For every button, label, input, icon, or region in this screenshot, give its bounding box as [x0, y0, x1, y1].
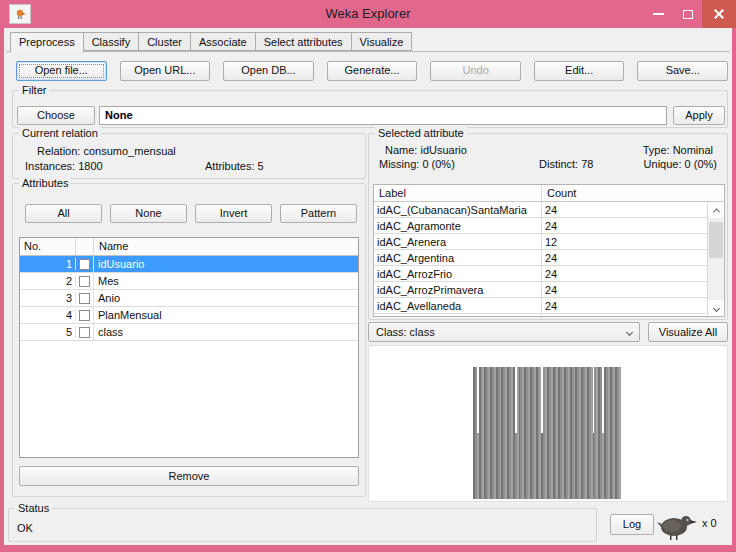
selected-attribute-group: Selected attribute Name: idUsuario Type:…: [368, 133, 728, 320]
undo-button: Undo: [430, 61, 521, 81]
attributes-count-line: Attributes: 5: [205, 160, 264, 172]
attr-unique-value: 0 (0%): [685, 158, 717, 170]
attribute-checkbox-cell: [76, 273, 94, 289]
select-none-button[interactable]: None: [110, 204, 187, 223]
attr-distinct-value: 78: [581, 158, 593, 170]
select-all-button[interactable]: All: [25, 204, 102, 223]
attributes-group-label: Attributes: [19, 176, 71, 190]
label-count-body: idAC_(Cubanacan)SantaMaria24idAC_Agramon…: [374, 202, 707, 317]
attribute-name: Mes: [94, 275, 358, 287]
filter-group-label: Filter: [19, 83, 49, 97]
label-cell: idAC_Arenera: [374, 234, 542, 249]
label-cell: idAC_Batalla: [374, 314, 542, 317]
attribute-name: class: [94, 326, 358, 338]
current-relation-label: Current relation: [19, 126, 101, 140]
class-dropdown[interactable]: Class: class: [368, 322, 640, 342]
choose-filter-button[interactable]: Choose: [17, 106, 95, 125]
remove-button[interactable]: Remove: [19, 466, 359, 486]
instances-value: 1800: [78, 160, 102, 172]
count-cell: 24: [542, 316, 707, 318]
column-header-checkbox: [76, 238, 94, 255]
attr-unique-label: Unique:: [644, 158, 682, 170]
label-row-idac-arrozfrio: idAC_ArrozFrio24: [374, 266, 707, 282]
attribute-checkbox[interactable]: [79, 310, 90, 321]
open-db-button[interactable]: Open DB...: [223, 61, 314, 81]
status-group: Status OK: [8, 508, 597, 542]
status-message: OK: [17, 522, 33, 534]
column-header-label: Label: [374, 185, 542, 201]
attribute-row-anio[interactable]: 3Anio: [20, 290, 358, 307]
tab-select-attributes[interactable]: Select attributes: [255, 32, 352, 51]
attribute-name: idUsuario: [94, 258, 358, 270]
count-cell: 24: [542, 252, 707, 264]
count-cell: 24: [542, 284, 707, 296]
current-relation-group: Current relation Relation: consumo_mensu…: [12, 133, 366, 179]
relation-line: Relation: consumo_mensual: [37, 145, 176, 157]
attribute-checkbox-cell: [76, 290, 94, 306]
attribute-row-mes[interactable]: 2Mes: [20, 273, 358, 290]
tab-cluster[interactable]: Cluster: [138, 32, 191, 51]
attribute-name: PlanMensual: [94, 309, 358, 321]
attr-missing-value: 0 (0%): [422, 158, 454, 170]
attribute-histogram: [473, 367, 621, 499]
weka-explorer-window: Weka Explorer PreprocessClassifyClusterA…: [0, 0, 736, 552]
tab-preprocess[interactable]: Preprocess: [10, 32, 84, 53]
tab-visualize[interactable]: Visualize: [351, 32, 413, 51]
minimize-icon: [653, 13, 664, 15]
attribute-checkbox[interactable]: [79, 293, 90, 304]
tab-bar: PreprocessClassifyClusterAssociateSelect…: [6, 32, 730, 52]
count-cell: 24: [542, 220, 707, 232]
titlebar: Weka Explorer: [0, 0, 736, 28]
class-dropdown-value: Class: class: [376, 326, 435, 338]
chevron-down-icon: [712, 304, 719, 311]
label-table-scrollbar[interactable]: [707, 202, 724, 316]
scroll-down-icon[interactable]: [708, 300, 724, 316]
attribute-histogram-panel: [368, 345, 728, 502]
edit-button[interactable]: Edit...: [534, 61, 625, 81]
scrollbar-thumb[interactable]: [709, 222, 723, 258]
generate-button[interactable]: Generate...: [327, 61, 418, 81]
attribute-row-number: 5: [20, 326, 76, 338]
relation-value: consumo_mensual: [83, 145, 175, 157]
label-row-idac-avellaneda: idAC_Avellaneda24: [374, 298, 707, 314]
tab-associate[interactable]: Associate: [190, 32, 256, 51]
label-cell: idAC_ArrozPrimavera: [374, 282, 542, 297]
attribute-checkbox[interactable]: [79, 276, 90, 287]
label-row-idac-argentina: idAC_Argentina24: [374, 250, 707, 266]
selected-attribute-group-label: Selected attribute: [375, 126, 467, 140]
attribute-checkbox[interactable]: [79, 259, 90, 270]
attribute-row-class[interactable]: 5class: [20, 324, 358, 341]
attribute-row-number: 4: [20, 309, 76, 321]
attribute-checkbox-cell: [76, 256, 94, 272]
maximize-button[interactable]: [674, 0, 702, 28]
open-url-button[interactable]: Open URL...: [120, 61, 211, 81]
current-filter-field[interactable]: None: [99, 106, 667, 125]
histogram-bar: [619, 367, 621, 499]
attribute-row-idusuario[interactable]: 1idUsuario: [20, 256, 358, 273]
minimize-button[interactable]: [644, 0, 672, 28]
column-header-name: Name: [94, 238, 358, 255]
attr-name-value: idUsuario: [420, 144, 466, 156]
attr-type-label: Type:: [643, 144, 670, 156]
attribute-row-planmensual[interactable]: 4PlanMensual: [20, 307, 358, 324]
attribute-checkbox[interactable]: [79, 327, 90, 338]
attribute-row-number: 3: [20, 292, 76, 304]
attr-missing-label: Missing:: [379, 158, 419, 170]
label-cell: idAC_Avellaneda: [374, 298, 542, 313]
attributes-group: Attributes AllNoneInvertPattern No. Name…: [12, 183, 366, 497]
close-button[interactable]: [702, 0, 736, 28]
label-cell: idAC_Argentina: [374, 250, 542, 265]
log-button[interactable]: Log: [610, 514, 654, 535]
weka-bird-icon: [656, 510, 700, 542]
apply-filter-button[interactable]: Apply: [673, 106, 725, 125]
visualize-all-button[interactable]: Visualize All: [648, 322, 728, 342]
label-row-idac-agramonte: idAC_Agramonte24: [374, 218, 707, 234]
tab-classify[interactable]: Classify: [83, 32, 140, 51]
select-invert-button[interactable]: Invert: [195, 204, 272, 223]
instances-line: Instances: 1800: [25, 160, 103, 172]
attr-name-label: Name:: [385, 144, 417, 156]
select-pattern-button[interactable]: Pattern: [280, 204, 357, 223]
scroll-up-icon[interactable]: [708, 202, 724, 218]
open-file-button[interactable]: Open file...: [16, 61, 107, 81]
save-button[interactable]: Save...: [637, 61, 728, 81]
